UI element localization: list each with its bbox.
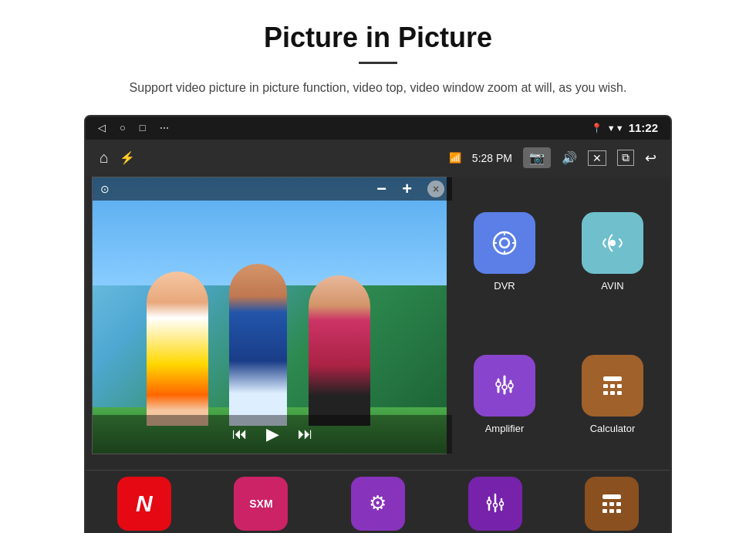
wifi-icon: 📶 <box>449 152 461 164</box>
svg-rect-13 <box>603 376 622 381</box>
bottom-app-netflix[interactable]: N Netflix <box>86 477 203 533</box>
signal-icon: ▼▼ <box>607 123 624 133</box>
pip-minus-button[interactable]: − <box>376 179 386 199</box>
avin-label: AVIN <box>601 280 623 292</box>
back-nav-icon[interactable]: ◁ <box>98 122 106 133</box>
amplifier-icon <box>474 355 535 417</box>
svg-rect-26 <box>602 494 621 499</box>
app-bar-left: ⌂ ⚡ <box>100 149 135 167</box>
next-button[interactable]: ⏭ <box>298 425 313 443</box>
app-bar-time: 5:28 PM <box>472 152 512 164</box>
app-item-amplifier[interactable]: Amplifier <box>454 327 555 462</box>
main-content: ⊙ − + × ⏮ ▶ ⏭ <box>86 177 670 470</box>
svg-rect-27 <box>602 502 607 506</box>
pip-icon[interactable]: ⧉ <box>617 150 634 166</box>
svg-point-10 <box>496 382 501 386</box>
home-nav-icon[interactable]: ○ <box>120 122 126 133</box>
title-divider <box>359 62 397 64</box>
prev-button[interactable]: ⏮ <box>232 425 248 443</box>
app-item-dvr[interactable]: DVR <box>454 184 555 319</box>
svg-rect-30 <box>602 509 607 513</box>
svg-rect-16 <box>617 384 622 388</box>
page-subtitle: Support video picture in picture functio… <box>130 78 627 98</box>
pip-top-bar: ⊙ − + × <box>93 177 452 201</box>
recents-nav-icon[interactable]: □ <box>140 122 146 133</box>
pip-size-controls[interactable]: − + × <box>376 179 444 199</box>
back-icon[interactable]: ↩ <box>645 150 656 167</box>
dvr-label: DVR <box>494 280 515 292</box>
person3-silhouette <box>309 275 370 426</box>
svg-rect-14 <box>603 384 608 388</box>
page-title: Picture in Picture <box>264 22 492 54</box>
dvr-icon <box>474 212 535 274</box>
bottom-app-siriusxm[interactable]: SXM SiriusXM <box>203 477 320 533</box>
volume-icon[interactable]: 🔊 <box>562 150 577 165</box>
bottom-app-wheelkey[interactable]: ⚙ Wheelkey Study <box>319 477 437 533</box>
svg-point-6 <box>609 240 616 246</box>
usb-icon[interactable]: ⚡ <box>120 150 135 165</box>
netflix-icon: N <box>117 477 171 531</box>
svg-rect-32 <box>616 509 621 513</box>
svg-point-1 <box>500 238 509 248</box>
svg-point-23 <box>487 500 491 504</box>
home-icon[interactable]: ⌂ <box>100 149 109 167</box>
camera-icon[interactable]: 📷 <box>523 147 551 168</box>
siriusxm-icon: SXM <box>234 477 288 531</box>
pip-window[interactable]: ⊙ − + × ⏮ ▶ ⏭ <box>92 177 453 454</box>
svg-rect-18 <box>610 391 615 395</box>
svg-point-25 <box>499 501 503 505</box>
status-bar-right: 📍 ▼▼ 11:22 <box>591 121 658 134</box>
calculator-icon <box>582 355 643 417</box>
calculator-bottom-icon <box>585 477 639 531</box>
svg-rect-31 <box>609 509 614 513</box>
app-bar-right: 📶 5:28 PM 📷 🔊 ✕ ⧉ ↩ <box>449 147 656 168</box>
app-bar: ⌂ ⚡ 📶 5:28 PM 📷 🔊 ✕ ⧉ ↩ <box>86 140 670 177</box>
svg-rect-19 <box>617 391 622 395</box>
svg-rect-28 <box>609 502 614 506</box>
person2-silhouette <box>229 264 287 426</box>
svg-point-12 <box>508 383 513 388</box>
app-item-avin[interactable]: AVIN <box>562 184 663 319</box>
play-button[interactable]: ▶ <box>266 424 279 444</box>
pip-close-button[interactable]: × <box>427 180 444 197</box>
bottom-app-row: N Netflix SXM SiriusXM ⚙ Wheelkey Study <box>86 470 670 533</box>
svg-rect-15 <box>610 384 615 388</box>
person1-silhouette <box>147 272 208 426</box>
status-time: 11:22 <box>629 121 658 134</box>
video-thumbnail <box>93 177 452 454</box>
pip-controls-overlay: ⏮ ▶ ⏭ <box>93 415 452 454</box>
menu-nav-icon[interactable]: ⋯ <box>160 123 169 133</box>
pip-close-icon: × <box>433 183 439 195</box>
device-frame: ◁ ○ □ ⋯ 📍 ▼▼ 11:22 ⌂ ⚡ 📶 5:28 PM 📷 🔊 <box>84 115 672 533</box>
bottom-app-calculator[interactable]: Calculator <box>553 477 670 533</box>
app-item-calculator[interactable]: Calculator <box>562 327 663 462</box>
status-bar: ◁ ○ □ ⋯ 📍 ▼▼ 11:22 <box>86 116 670 140</box>
pip-record-icon: ⊙ <box>100 183 110 195</box>
status-bar-left: ◁ ○ □ ⋯ <box>98 122 169 133</box>
app-grid: DVR AVIN <box>447 177 670 470</box>
location-icon: 📍 <box>591 123 602 133</box>
avin-icon <box>582 212 643 274</box>
wheelkey-icon: ⚙ <box>351 477 405 531</box>
calculator-label: Calculator <box>590 423 636 434</box>
pip-plus-button[interactable]: + <box>402 179 412 199</box>
svg-rect-29 <box>616 502 621 506</box>
svg-rect-17 <box>603 391 608 395</box>
svg-point-11 <box>502 385 507 390</box>
bottom-app-amplifier[interactable]: Amplifier <box>437 477 554 533</box>
amplifier-bottom-icon <box>468 477 522 531</box>
close-icon[interactable]: ✕ <box>588 150 606 166</box>
amplifier-label: Amplifier <box>485 423 525 434</box>
svg-point-0 <box>494 232 515 254</box>
svg-point-24 <box>493 503 497 507</box>
